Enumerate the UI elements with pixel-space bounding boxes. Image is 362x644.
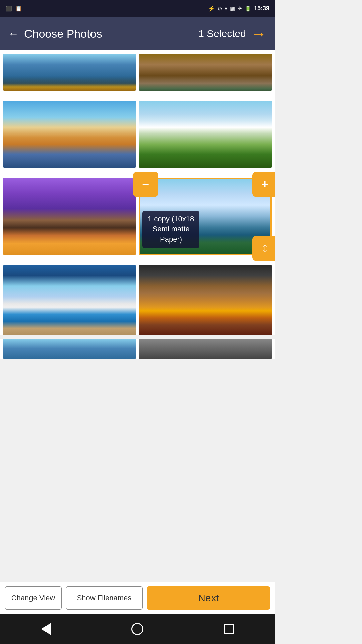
photo-grid: − + ⤢ 1 copy (10x18Semi mattePaper) — [0, 50, 275, 335]
photo-harbor[interactable] — [3, 54, 136, 91]
photo-mountains-green[interactable] — [139, 101, 272, 168]
airplane-icon: ✈ — [238, 5, 242, 12]
battery-icon: 🔋 — [245, 5, 251, 12]
header: ← Choose Photos 1 Selected → — [0, 17, 275, 50]
partial-photo-right[interactable] — [139, 339, 272, 359]
back-nav-button[interactable] — [36, 619, 56, 639]
status-bar: ⬛ 📋 ⚡ ⊘ ▾ ▨ ✈ 🔋 15:39 — [0, 0, 275, 17]
status-bar-right: ⚡ ⊘ ▾ ▨ ✈ 🔋 15:39 — [208, 5, 269, 12]
header-right: 1 Selected → — [198, 24, 267, 43]
no-signal-icon: ⊘ — [218, 5, 222, 12]
expand-button[interactable]: ⤢ — [252, 236, 275, 261]
photo-fireplace[interactable] — [139, 265, 272, 335]
header-left: ← Choose Photos — [8, 27, 102, 40]
signal-off-icon: ▨ — [230, 5, 235, 12]
navigation-bar — [0, 614, 275, 644]
status-time: 15:39 — [254, 5, 269, 12]
recents-nav-button[interactable] — [219, 619, 239, 639]
increase-count-button[interactable]: + — [252, 172, 275, 197]
page-title: Choose Photos — [24, 27, 102, 40]
change-view-button[interactable]: Change View — [5, 586, 62, 610]
gallery-icon: ⬛ — [5, 5, 12, 12]
recents-nav-icon — [224, 624, 234, 634]
selected-photo-container[interactable]: − + ⤢ 1 copy (10x18Semi mattePaper) — [139, 178, 272, 255]
selected-photo[interactable] — [139, 178, 272, 255]
bluetooth-icon: ⚡ — [208, 5, 215, 12]
decrease-count-button[interactable]: − — [133, 172, 158, 197]
show-filenames-button[interactable]: Show Filenames — [66, 586, 143, 610]
back-button[interactable]: ← — [8, 28, 19, 40]
clipboard-icon: 📋 — [15, 5, 22, 12]
status-bar-left: ⬛ 📋 — [5, 5, 22, 12]
photo-mykonos[interactable] — [3, 265, 136, 335]
expand-icon: ⤢ — [258, 242, 272, 255]
partial-photo-left[interactable] — [3, 339, 136, 359]
bottom-toolbar: Change View Show Filenames Next — [0, 582, 275, 614]
wifi-icon: ▾ — [225, 5, 227, 12]
photo-palms[interactable] — [3, 178, 136, 255]
partial-photos-row — [0, 339, 275, 359]
next-button[interactable]: Next — [147, 586, 270, 610]
home-nav-icon — [131, 623, 143, 635]
home-nav-button[interactable] — [127, 619, 147, 639]
back-nav-icon — [41, 623, 51, 635]
photo-waterfall[interactable] — [139, 54, 272, 91]
photo-village[interactable] — [3, 101, 136, 168]
selected-count: 1 Selected — [198, 28, 246, 39]
next-arrow-button[interactable]: → — [251, 24, 267, 43]
